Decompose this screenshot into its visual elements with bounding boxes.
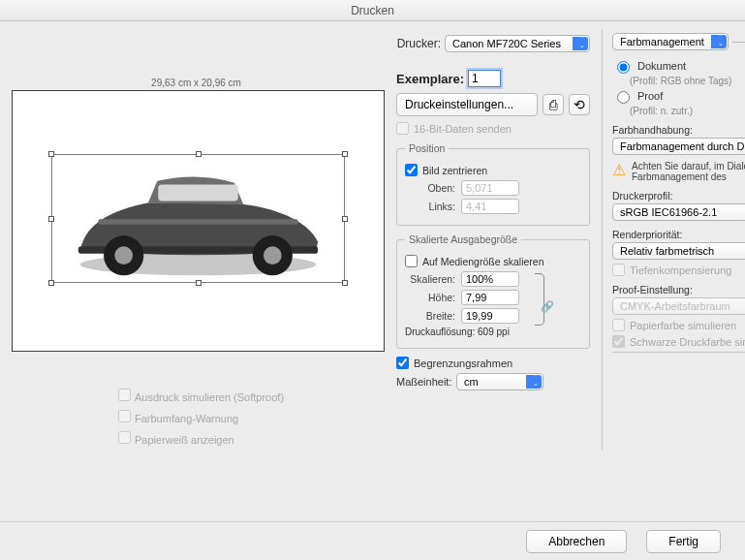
depth-comp-checkbox [612,264,625,276]
proof-profile: (Profil: n. zutr.) [630,106,745,116]
proof-setup-select: CMYK-Arbeitsfarbraum [612,297,745,315]
proof-setup-label: Proof-Einstellung: [612,284,745,296]
cancel-button[interactable]: Abbrechen [526,530,627,553]
render-intent-select[interactable]: Relativ farbmetrisch [612,242,745,260]
page-setup-icon[interactable]: ⎙ [543,94,564,115]
printer-profile-select[interactable]: sRGB IEC61966-2.1 [612,203,745,221]
link-icon[interactable]: 🔗 [541,300,554,312]
print-resolution: Druckauflösung: 609 ppi [405,327,581,337]
preview-dimensions: 29,63 cm x 20,96 cm [8,78,385,88]
window-title: Drucken [0,0,745,21]
softproof-checkbox: Ausdruck simulieren (Softproof) [114,386,385,404]
printer-label: Drucker: [396,37,441,50]
svg-rect-7 [98,219,297,225]
render-intent-label: Renderpriorität: [612,229,745,240]
position-fieldset: Position Bild zentrieren Oben: Links: [396,142,590,226]
fit-media-checkbox[interactable] [405,255,418,267]
warning-text: Achten Sie darauf, im Dialog das Farbman… [632,161,745,182]
center-image-checkbox[interactable] [405,164,418,176]
done-button[interactable]: Fertig [646,530,721,553]
width-input[interactable] [461,308,519,324]
scale-input[interactable] [461,271,519,287]
paperwhite-checkbox: Papierweiß anzeigen [114,428,385,447]
svg-point-4 [114,246,133,264]
document-radio[interactable] [617,61,630,74]
units-select[interactable]: cm [456,373,543,390]
warning-icon: ⚠ [612,161,626,179]
printer-select[interactable]: Canon MF720C Series [445,35,590,52]
sim-black-checkbox [612,335,625,348]
crop-box[interactable] [51,154,345,283]
position-top-input [461,180,519,196]
copies-input[interactable] [468,70,501,87]
print-settings-button[interactable]: Druckeinstellungen... [396,93,538,116]
preview-image [62,165,334,283]
panel-select[interactable]: Farbmanagement [612,33,729,50]
position-left-input [461,199,519,214]
svg-point-6 [264,246,282,264]
svg-rect-1 [158,185,237,202]
send-16bit-checkbox [396,122,409,135]
gamut-checkbox: Farbumfang-Warnung [114,407,385,425]
document-profile: (Profil: RGB ohne Tags) [630,76,745,86]
proof-radio[interactable] [617,91,630,104]
copies-label: Exemplare: [396,72,464,86]
scale-fieldset: Skalierte Ausgabegröße Auf Mediengröße s… [396,233,590,349]
refresh-icon[interactable]: ⟲ [569,94,590,115]
print-preview[interactable] [12,90,385,352]
height-input[interactable] [461,290,519,305]
printer-profile-label: Druckerprofil: [612,190,745,202]
sim-paper-checkbox [612,319,625,331]
color-handling-select[interactable]: Farbmanagement durch Drucker [612,138,745,155]
units-label: Maßeinheit: [396,376,452,388]
color-handling-label: Farbhandhabung: [612,124,745,136]
bounding-box-checkbox[interactable] [396,357,409,369]
